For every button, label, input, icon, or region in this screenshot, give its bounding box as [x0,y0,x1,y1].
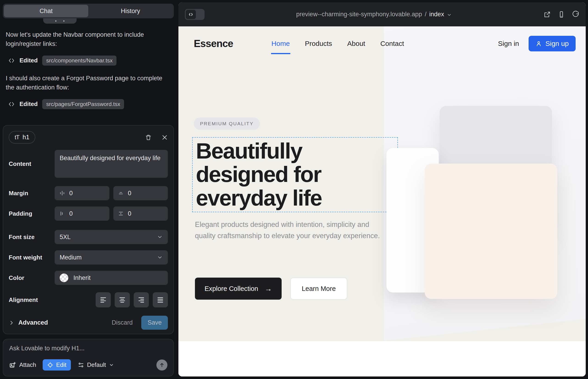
code-view-toggle[interactable] [185,9,204,20]
margin-x-value: 0 [69,190,73,197]
nav-link-home[interactable]: Home [272,40,290,47]
sign-up-button[interactable]: Sign up [529,36,576,51]
preview-panel: preview--charming-site-symphony.lovable.… [178,2,586,377]
learn-more-button[interactable]: Learn More [290,278,347,300]
alignment-label: Alignment [9,296,55,303]
model-selector[interactable]: Default [78,361,114,368]
hero-headline[interactable]: Beautifully designed for everyday life [196,139,322,210]
url-page: index [429,11,444,18]
refresh-icon[interactable] [572,11,579,18]
typography-icon: tT [15,134,19,141]
mobile-view-icon[interactable] [558,11,565,18]
attach-button[interactable]: Attach [9,361,36,368]
color-label: Color [9,274,55,282]
element-tag-label: h1 [22,134,29,141]
advanced-toggle[interactable]: Advanced [9,319,48,326]
hero-paragraph: Elegant products designed with intention… [195,219,390,242]
scroll-indicator-pill[interactable] [43,18,77,24]
edit-mode-button[interactable]: Edit [43,359,71,371]
explore-label: Explore Collection [204,285,258,293]
lovable-app: Chat History Now let's update the Navbar… [0,0,588,379]
trash-icon[interactable] [145,134,152,141]
margin-y-input[interactable]: 0 [113,186,168,200]
chat-message: I should also create a Forgot Password p… [6,74,170,92]
chevron-down-icon [447,12,452,17]
advanced-label: Advanced [18,319,48,326]
preview-topbar: preview--charming-site-symphony.lovable.… [178,2,586,26]
margin-x-input[interactable]: 0 [55,186,109,200]
site-canvas: Essence Home Products About Contact Sign… [178,26,586,377]
tab-chat[interactable]: Chat [4,5,88,17]
edited-file-pill[interactable]: src/components/Navbar.tsx [42,56,116,66]
arrow-right-icon: → [265,284,272,293]
explore-collection-button[interactable]: Explore Collection → [195,278,282,300]
chevron-down-icon [157,254,163,260]
sign-in-link[interactable]: Sign in [498,40,519,47]
align-justify-button[interactable] [153,292,168,307]
open-external-icon[interactable] [543,11,551,18]
sign-up-label: Sign up [545,40,569,47]
font-size-value: 5XL [60,234,71,241]
attach-image-icon [9,362,16,368]
site-nav-links: Home Products About Contact [272,40,404,47]
chat-message: Now let's update the Navbar component to… [6,30,170,49]
margin-y-value: 0 [128,190,131,197]
decor-card-cream [425,164,557,299]
font-size-row: Font size 5XL [9,230,168,244]
nav-link-about[interactable]: About [347,40,365,47]
padding-x-input[interactable]: 0 [55,206,109,221]
padding-y-value: 0 [128,210,131,217]
element-tag-pill[interactable]: tT h1 [9,131,35,144]
edited-file-pill[interactable]: src/pages/ForgotPassword.tsx [42,99,124,109]
attach-label: Attach [19,361,36,368]
code-icon [8,57,15,64]
edit-label: Edit [56,361,66,368]
tab-history[interactable]: History [88,5,173,17]
padding-row: Padding 0 0 [9,206,168,221]
alignment-row: Alignment [9,292,168,307]
chevron-right-icon [9,320,14,326]
preview-url[interactable]: preview--charming-site-symphony.lovable.… [204,11,543,18]
send-button[interactable] [156,360,167,371]
save-button[interactable]: Save [141,316,168,330]
composer-placeholder[interactable]: Ask Lovable to modify H1... [9,345,167,352]
font-size-select[interactable]: 5XL [55,230,168,244]
nav-link-contact[interactable]: Contact [380,40,404,47]
user-icon [536,40,542,47]
color-swatch [60,273,68,282]
content-row: Content Beautifully designed for everyda… [9,150,168,178]
hero-cta-row: Explore Collection → Learn More [195,278,347,300]
edited-label: Edited [19,57,38,64]
arrow-up-icon [159,362,165,368]
edited-file-row[interactable]: Edited src/pages/ForgotPassword.tsx [8,99,170,109]
edited-file-row[interactable]: Edited src/components/Navbar.tsx [8,56,170,66]
chevron-down-icon [157,234,163,240]
element-editor-panel: tT h1 Content Beautifully designed for e… [3,125,174,334]
padding-y-input[interactable]: 0 [113,206,168,221]
color-row: Color Inherit [9,271,168,285]
content-input[interactable]: Beautifully designed for everyday life [55,150,168,178]
url-separator: / [425,11,427,18]
align-left-button[interactable] [96,292,111,307]
premium-quality-badge: PREMIUM QUALITY [194,117,260,130]
chat-composer[interactable]: Ask Lovable to modify H1... Attach Edit … [3,339,174,377]
color-select[interactable]: Inherit [55,271,168,285]
site-logo[interactable]: Essence [194,38,233,49]
headline-line: Beautifully [196,139,322,163]
nav-link-products[interactable]: Products [305,40,332,47]
margin-label: Margin [9,190,55,197]
font-weight-select[interactable]: Medium [55,250,168,265]
padding-vertical-icon [118,211,124,217]
close-icon[interactable] [161,134,168,141]
headline-line: everyday life [196,186,322,210]
align-right-button[interactable] [134,292,149,307]
site-navbar: Essence Home Products About Contact Sign… [178,26,586,61]
edited-label: Edited [19,100,38,108]
editor-header: tT h1 [9,131,168,144]
editor-footer: Advanced Discard Save [9,316,168,330]
font-size-label: Font size [9,234,55,241]
align-center-button[interactable] [115,292,130,307]
discard-button[interactable]: Discard [112,319,133,326]
chevron-down-icon [109,363,114,367]
code-icon [8,101,15,108]
